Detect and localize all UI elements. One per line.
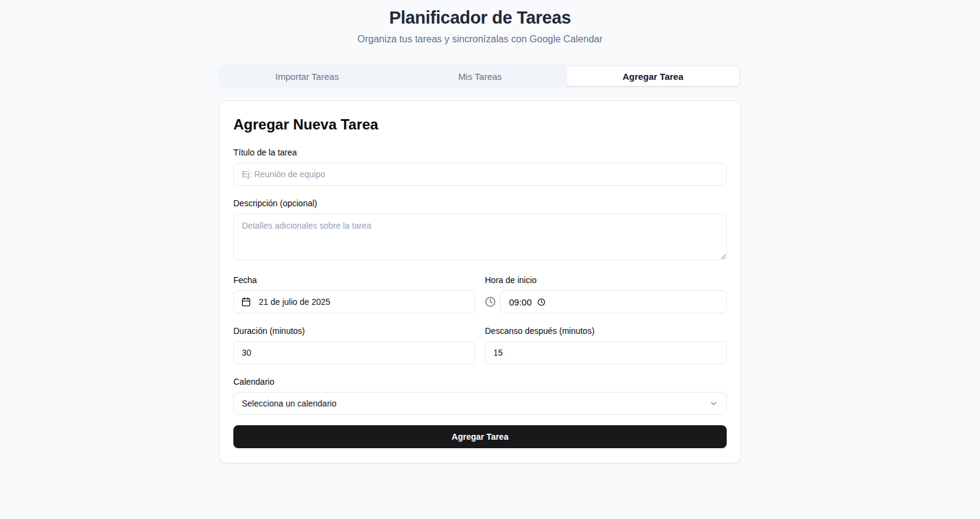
calendar-label: Calendario bbox=[233, 377, 727, 387]
tab-importar-tareas[interactable]: Importar Tareas bbox=[221, 67, 394, 86]
date-value: 21 de julio de 2025 bbox=[259, 297, 330, 307]
description-label: Descripción (opcional) bbox=[233, 198, 727, 208]
break-label: Descanso después (minutos) bbox=[485, 326, 727, 336]
start-time-label: Hora de inicio bbox=[485, 275, 727, 285]
break-input[interactable] bbox=[485, 341, 727, 364]
clock-icon[interactable] bbox=[537, 298, 545, 306]
task-title-input[interactable] bbox=[233, 163, 727, 186]
calendar-field: Calendario Selecciona un calendario bbox=[233, 377, 727, 415]
page-subtitle: Organiza tus tareas y sincronízalas con … bbox=[219, 34, 741, 45]
add-task-button[interactable]: Agregar Tarea bbox=[233, 425, 727, 448]
start-time-input[interactable]: 09:00 bbox=[500, 290, 727, 313]
clock-icon bbox=[485, 296, 496, 307]
duration-field: Duración (minutos) bbox=[233, 326, 475, 364]
start-time-field: Hora de inicio 09:00 bbox=[485, 275, 727, 313]
task-title-label: Título de la tarea bbox=[233, 148, 727, 157]
tab-label: Agregar Tarea bbox=[623, 71, 684, 82]
date-label: Fecha bbox=[233, 275, 475, 285]
page-container: Planificador de Tareas Organiza tus tare… bbox=[219, 0, 741, 463]
tab-mis-tareas[interactable]: Mis Tareas bbox=[394, 67, 566, 86]
calendar-select-value: Selecciona un calendario bbox=[242, 399, 336, 408]
tab-bar: Importar Tareas Mis Tareas Agregar Tarea bbox=[219, 65, 741, 88]
card-heading: Agregar Nueva Tarea bbox=[233, 116, 727, 133]
start-time-value: 09:00 bbox=[509, 297, 532, 307]
description-textarea[interactable] bbox=[233, 214, 727, 260]
duration-input[interactable] bbox=[233, 341, 475, 364]
start-time-control: 09:00 bbox=[485, 290, 727, 313]
date-time-row: Fecha 21 de julio de 2025 Hora de inicio bbox=[233, 275, 727, 326]
page-title: Planificador de Tareas bbox=[219, 7, 741, 28]
calendar-select[interactable]: Selecciona un calendario bbox=[233, 392, 727, 415]
duration-label: Duración (minutos) bbox=[233, 326, 475, 336]
chevron-down-icon bbox=[709, 399, 718, 408]
date-picker-button[interactable]: 21 de julio de 2025 bbox=[233, 290, 475, 313]
description-field: Descripción (opcional) bbox=[233, 198, 727, 263]
tab-label: Mis Tareas bbox=[458, 71, 502, 82]
tab-agregar-tarea[interactable]: Agregar Tarea bbox=[566, 67, 739, 86]
add-task-card: Agregar Nueva Tarea Título de la tarea D… bbox=[219, 100, 741, 463]
tab-label: Importar Tareas bbox=[276, 71, 339, 82]
break-field: Descanso después (minutos) bbox=[485, 326, 727, 364]
duration-break-row: Duración (minutos) Descanso después (min… bbox=[233, 326, 727, 377]
calendar-icon bbox=[241, 297, 251, 307]
date-field: Fecha 21 de julio de 2025 bbox=[233, 275, 475, 313]
task-title-field: Título de la tarea bbox=[233, 148, 727, 186]
